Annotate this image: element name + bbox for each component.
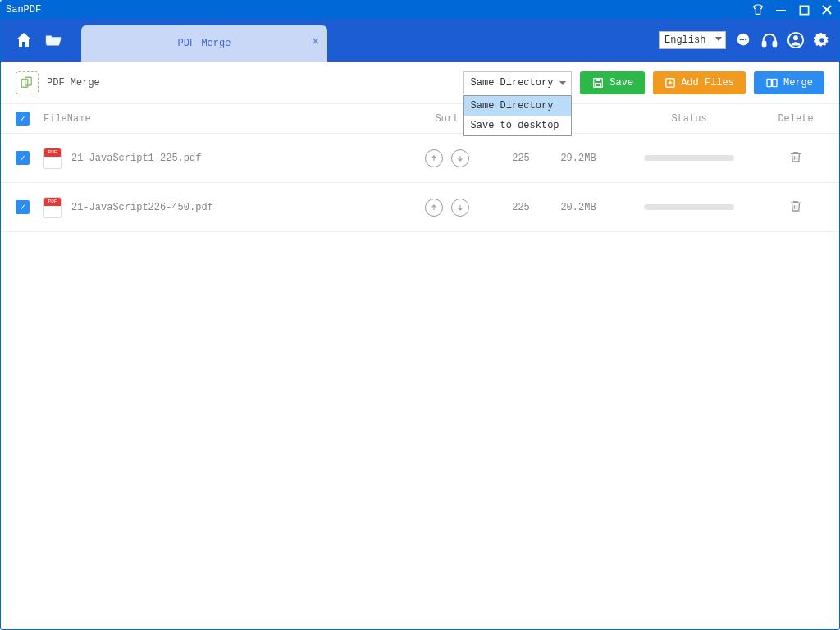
col-delete: Delete — [767, 113, 824, 125]
svg-rect-16 — [767, 79, 771, 86]
pdf-file-icon — [43, 197, 62, 218]
minimize-button[interactable] — [774, 2, 788, 17]
col-filename: FileName — [43, 113, 398, 125]
move-down-button[interactable] — [451, 199, 469, 217]
merge-label: Merge — [783, 77, 813, 89]
gear-icon[interactable] — [813, 31, 831, 49]
tshirt-icon[interactable] — [751, 2, 765, 17]
add-files-label: Add Files — [681, 77, 734, 89]
svg-rect-7 — [774, 42, 777, 47]
merge-button[interactable]: Merge — [754, 71, 824, 94]
directory-selected: Same Directory — [471, 77, 554, 89]
dropdown-option-save-to-desktop[interactable]: Save to desktop — [464, 116, 571, 135]
row-checkbox[interactable]: ✓ — [16, 151, 30, 165]
table-row: ✓ 21-JavaScript1-225.pdf 225 29.2MB — [1, 134, 839, 183]
merge-icon — [765, 76, 778, 89]
move-up-button[interactable] — [425, 149, 443, 167]
save-icon — [591, 76, 605, 89]
tab-pdf-merge[interactable]: PDF Merge × — [81, 25, 327, 62]
add-files-button[interactable]: Add Files — [653, 71, 746, 94]
svg-point-3 — [740, 39, 742, 40]
svg-point-9 — [793, 35, 798, 40]
progress-bar — [644, 155, 734, 161]
headphones-icon[interactable] — [760, 31, 778, 49]
page-count: 225 — [496, 153, 546, 164]
language-select[interactable]: English — [659, 31, 726, 49]
add-icon — [664, 77, 676, 89]
tab-close-icon[interactable]: × — [313, 35, 319, 48]
app-title: SanPDF — [6, 4, 751, 16]
output-directory-select[interactable]: Same Directory Same Directory Save to de… — [463, 71, 573, 94]
delete-button[interactable] — [788, 199, 803, 213]
chevron-down-icon — [559, 81, 566, 85]
directory-dropdown: Same Directory Save to desktop — [463, 95, 572, 136]
svg-rect-10 — [21, 79, 28, 87]
file-size: 20.2MB — [546, 202, 611, 213]
svg-rect-14 — [596, 83, 601, 86]
move-up-button[interactable] — [425, 199, 443, 217]
svg-point-4 — [742, 39, 744, 40]
home-icon[interactable] — [14, 30, 34, 50]
close-button[interactable] — [819, 2, 834, 17]
folder-open-icon[interactable] — [43, 30, 63, 50]
save-button[interactable]: Save — [580, 71, 645, 94]
dropdown-option-same-directory[interactable]: Same Directory — [464, 96, 571, 116]
progress-bar — [644, 204, 734, 210]
chat-icon[interactable] — [734, 31, 752, 49]
maximize-button[interactable] — [797, 2, 811, 17]
table-row: ✓ 21-JavaScript226-450.pdf 225 20.2MB — [1, 183, 839, 232]
svg-rect-0 — [776, 10, 786, 11]
svg-rect-11 — [25, 77, 32, 85]
tab-label: PDF Merge — [178, 38, 231, 49]
page-count: 225 — [496, 202, 546, 213]
svg-rect-13 — [596, 78, 600, 80]
svg-rect-6 — [763, 42, 766, 47]
pdf-file-icon — [43, 148, 62, 169]
chevron-down-icon — [715, 37, 722, 41]
titlebar: SanPDF — [1, 1, 839, 19]
pdf-merge-icon — [16, 71, 39, 94]
page-heading: PDF Merge — [16, 71, 100, 94]
window-controls — [751, 2, 834, 17]
row-checkbox[interactable]: ✓ — [16, 200, 30, 214]
language-value: English — [664, 34, 705, 46]
move-down-button[interactable] — [451, 149, 469, 167]
main-toolbar: PDF Merge × English — [1, 19, 839, 62]
table-header: ✓ FileName Sort Status Delete — [1, 104, 839, 134]
svg-rect-17 — [773, 79, 777, 86]
page-title: PDF Merge — [47, 77, 100, 89]
user-icon[interactable] — [787, 31, 805, 49]
action-bar: PDF Merge Same Directory Same Directory … — [1, 62, 839, 104]
file-size: 29.2MB — [546, 153, 611, 164]
delete-button[interactable] — [788, 149, 803, 164]
col-status: Status — [611, 113, 767, 125]
select-all-checkbox[interactable]: ✓ — [16, 112, 30, 126]
file-name: 21-JavaScript1-225.pdf — [71, 153, 201, 164]
svg-rect-1 — [800, 6, 808, 14]
file-name: 21-JavaScript226-450.pdf — [71, 202, 213, 213]
save-label: Save — [609, 77, 633, 89]
svg-point-5 — [745, 39, 746, 40]
